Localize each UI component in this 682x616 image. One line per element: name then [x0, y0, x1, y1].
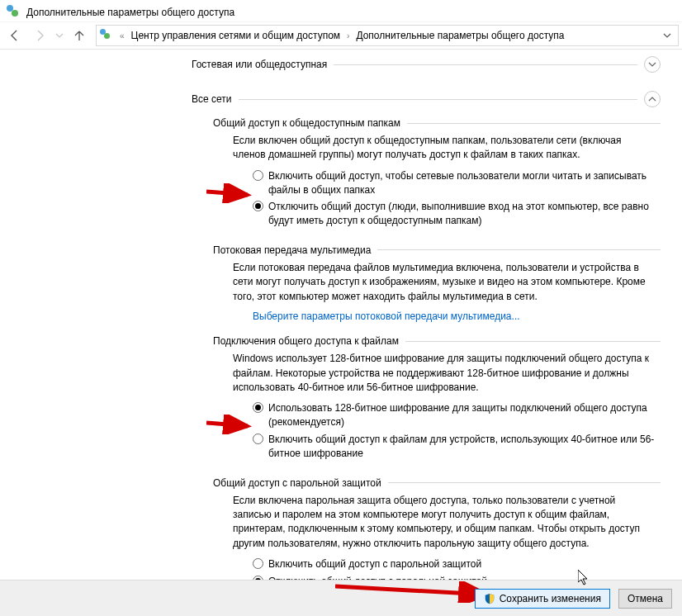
subsection-public-folders: Общий доступ к общедоступным папкам	[213, 117, 661, 129]
media-settings-link[interactable]: Выберите параметры потоковой передачи му…	[253, 310, 520, 322]
breadcrumb-dropdown[interactable]	[660, 26, 675, 45]
file-sharing-title: Подключения общего доступа к файлам	[213, 335, 399, 347]
password-radio-group: Включить общий доступ с парольной защито…	[253, 557, 657, 580]
subsection-file-sharing: Подключения общего доступа к файлам	[213, 335, 661, 347]
collapse-all-networks-icon[interactable]	[644, 91, 661, 107]
file-sharing-radio-128[interactable]: Использовать 128-битное шифрование для з…	[253, 401, 657, 429]
file-sharing-128-label: Использовать 128-битное шифрование для з…	[268, 401, 657, 429]
password-title: Общий доступ с парольной защитой	[213, 477, 381, 489]
public-folders-desc: Если включен общий доступ к общедоступны…	[233, 134, 654, 163]
media-desc: Если потоковая передача файлов мультимед…	[233, 261, 654, 304]
expand-guest-public-icon[interactable]	[644, 56, 661, 73]
password-radio-on[interactable]: Включить общий доступ с парольной защито…	[253, 557, 657, 571]
window-title: Дополнительные параметры общего доступа	[26, 7, 234, 18]
radio-icon	[253, 402, 263, 413]
breadcrumb-item-1[interactable]: Центр управления сетями и общим доступом	[131, 30, 341, 41]
breadcrumb-item-2[interactable]: Дополнительные параметры общего доступа	[356, 30, 564, 41]
radio-icon	[253, 434, 263, 444]
cancel-button[interactable]: Отмена	[618, 589, 672, 609]
password-desc: Если включена парольная защита общего до…	[233, 494, 654, 552]
radio-icon	[253, 170, 263, 181]
breadcrumb-separator: ›	[345, 31, 351, 40]
media-title: Потоковая передача мультимедиа	[213, 244, 371, 256]
password-radio-off[interactable]: Отключить общий доступ с парольной защит…	[253, 575, 657, 580]
public-folders-radio-group: Включить общий доступ, чтобы сетевые пол…	[253, 169, 657, 228]
save-button[interactable]: Сохранить изменения	[475, 589, 610, 609]
up-button[interactable]	[68, 25, 91, 46]
section-guest-public[interactable]: Гостевая или общедоступная	[192, 56, 661, 73]
public-folders-radio-on[interactable]: Включить общий доступ, чтобы сетевые пол…	[253, 169, 657, 197]
shield-icon	[484, 593, 495, 604]
file-sharing-40-label: Включить общий доступ к файлам для устро…	[268, 433, 657, 461]
public-folders-off-label: Отключить общий доступ (люди, выполнивши…	[268, 200, 657, 228]
file-sharing-radio-40[interactable]: Включить общий доступ к файлам для устро…	[253, 433, 657, 461]
back-button[interactable]	[3, 25, 26, 46]
save-button-label: Сохранить изменения	[500, 593, 601, 604]
radio-icon	[253, 201, 263, 211]
breadcrumb-icon	[100, 29, 113, 42]
radio-icon	[253, 558, 263, 569]
breadcrumb[interactable]: « Центр управления сетями и общим доступ…	[96, 25, 679, 46]
breadcrumb-ellipsis: «	[118, 31, 126, 40]
public-folders-title: Общий доступ к общедоступным папкам	[213, 117, 400, 129]
cancel-button-label: Отмена	[628, 593, 663, 604]
file-sharing-radio-group: Использовать 128-битное шифрование для з…	[253, 401, 657, 460]
forward-button[interactable]	[28, 25, 51, 46]
app-icon	[7, 5, 21, 20]
subsection-password: Общий доступ с парольной защитой	[213, 477, 661, 489]
subsection-media: Потоковая передача мультимедиа	[213, 244, 661, 256]
file-sharing-desc: Windows использует 128-битное шифрование…	[233, 352, 654, 395]
section-guest-public-label: Гостевая или общедоступная	[192, 59, 327, 70]
password-off-label: Отключить общий доступ с парольной защит…	[268, 575, 487, 580]
radio-icon	[253, 576, 263, 580]
recent-dropdown[interactable]	[53, 25, 66, 46]
public-folders-radio-off[interactable]: Отключить общий доступ (люди, выполнивши…	[253, 200, 657, 228]
public-folders-on-label: Включить общий доступ, чтобы сетевые пол…	[268, 169, 657, 197]
password-on-label: Включить общий доступ с парольной защито…	[268, 557, 481, 571]
section-all-networks-label: Все сети	[192, 93, 232, 105]
section-all-networks[interactable]: Все сети	[192, 91, 661, 107]
